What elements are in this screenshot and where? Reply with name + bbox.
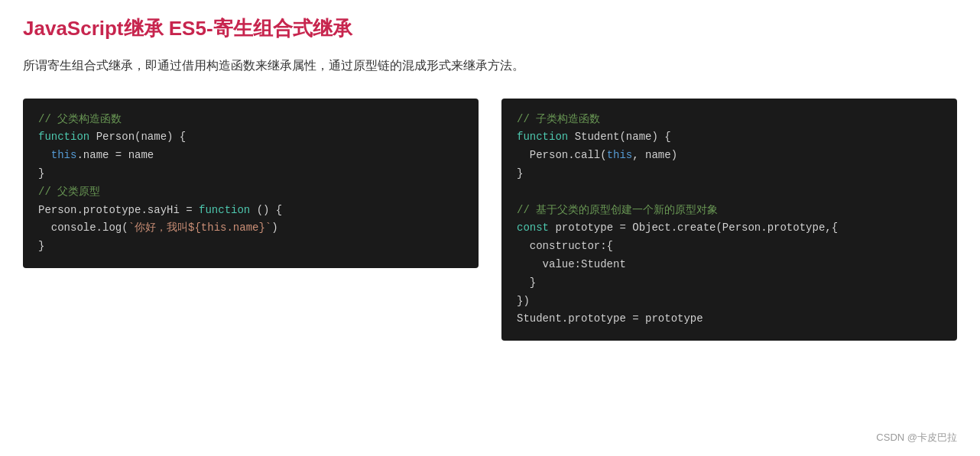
code-line: const prototype = Object.create(Person.p… <box>517 219 942 238</box>
code-line: }) <box>517 293 942 311</box>
code-panels: // 父类构造函数 function Person(name) { this.n… <box>23 99 957 341</box>
left-code-block: // 父类构造函数 function Person(name) { this.n… <box>23 99 479 268</box>
code-line: } <box>517 274 942 293</box>
description: 所谓寄生组合式继承，即通过借用构造函数来继承属性，通过原型链的混成形式来继承方法… <box>23 56 957 76</box>
right-code-block: // 子类构造函数 function Student(name) { Perso… <box>501 99 957 341</box>
page-title: JavaScript继承 ES5-寄生组合式继承 <box>23 15 957 42</box>
code-line: Person.call(this, name) <box>517 147 942 165</box>
code-line: } <box>38 165 463 183</box>
code-line: } <box>517 165 942 183</box>
code-line: // 父类构造函数 <box>38 111 463 129</box>
code-line: // 父类原型 <box>38 183 463 202</box>
footer-text: CSDN @卡皮巴拉 <box>876 431 957 445</box>
code-line: } <box>38 238 463 256</box>
code-line: Person.prototype.sayHi = function () { <box>38 202 463 220</box>
code-line: Student.prototype = prototype <box>517 310 942 328</box>
code-line: function Student(name) { <box>517 128 942 147</box>
code-line: // 子类构造函数 <box>517 111 942 129</box>
code-line: function Person(name) { <box>38 128 463 147</box>
code-line: console.log(`你好，我叫${this.name}`) <box>38 219 463 238</box>
code-line: constructor:{ <box>517 238 942 256</box>
code-line: // 基于父类的原型创建一个新的原型对象 <box>517 202 942 220</box>
code-line: this.name = name <box>38 147 463 165</box>
code-line <box>517 183 942 202</box>
code-line: value:Student <box>517 256 942 274</box>
